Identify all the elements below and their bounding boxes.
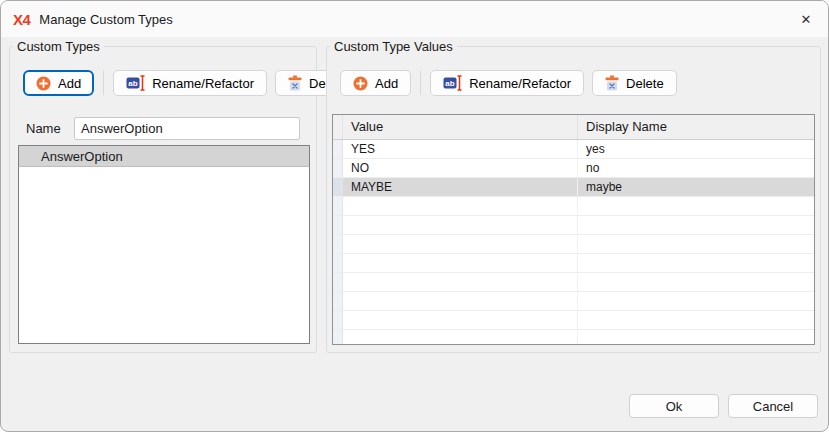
rename-value-button[interactable]: ab Rename/Refactor [430,70,584,96]
cell-value[interactable] [343,311,578,329]
cell-value[interactable] [343,292,578,310]
list-item[interactable]: AnswerOption [19,146,309,167]
custom-type-values-group-label: Custom Type Values [330,39,457,54]
row-selector[interactable] [333,330,343,344]
delete-icon [605,75,619,91]
manage-custom-types-dialog: X4 Manage Custom Types ✕ Custom Types Ad… [0,0,829,432]
ok-button[interactable]: Ok [629,394,719,418]
cell-display-name[interactable] [578,216,814,234]
cell-display-name[interactable] [578,330,814,344]
row-selector[interactable] [333,159,343,177]
row-selector[interactable] [333,216,343,234]
close-button[interactable]: ✕ [784,1,828,37]
table-row-empty[interactable] [333,216,814,235]
custom-type-values-group: Custom Type Values Add ab Rename/Refacto… [326,39,821,353]
row-selector[interactable] [333,197,343,215]
cell-value[interactable]: NO [343,159,578,177]
cell-display-name[interactable]: no [578,159,814,177]
toolbar-separator [103,71,104,95]
row-selector[interactable] [333,292,343,310]
add-value-label: Add [375,76,398,91]
add-type-button[interactable]: Add [23,70,94,96]
row-selector[interactable] [333,254,343,272]
rename-type-label: Rename/Refactor [152,76,254,91]
cell-display-name[interactable]: maybe [578,178,814,196]
custom-types-toolbar: Add ab Rename/Refactor Delete [23,70,360,96]
values-table-body: YESyesNOnoMAYBEmaybe [333,140,814,344]
custom-type-values-toolbar: Add ab Rename/Refactor Delete [340,70,677,96]
close-icon: ✕ [801,12,812,27]
cell-display-name[interactable] [578,235,814,253]
delete-value-label: Delete [626,76,664,91]
delete-icon [288,75,302,91]
toolbar-separator [420,71,421,95]
app-logo: X4 [13,11,30,28]
cell-display-name[interactable] [578,273,814,291]
row-selector[interactable] [333,273,343,291]
cell-value[interactable] [343,254,578,272]
add-icon [36,76,51,91]
rename-type-button[interactable]: ab Rename/Refactor [113,70,267,96]
svg-text:ab: ab [445,79,454,88]
column-header-display-name[interactable]: Display Name [578,115,814,139]
cell-display-name[interactable]: yes [578,140,814,158]
name-row: Name [26,117,300,140]
cell-value[interactable]: YES [343,140,578,158]
table-row-empty[interactable] [333,254,814,273]
rename-value-label: Rename/Refactor [469,76,571,91]
cell-value[interactable] [343,330,578,344]
titlebar: X4 Manage Custom Types ✕ [1,1,828,37]
row-selector[interactable] [333,235,343,253]
cell-value[interactable] [343,273,578,291]
cell-display-name[interactable] [578,254,814,272]
table-row[interactable]: MAYBEmaybe [333,178,814,197]
table-row-empty[interactable] [333,235,814,254]
values-table-header: Value Display Name [333,115,814,140]
custom-types-group-label: Custom Types [13,39,104,54]
values-table: Value Display Name YESyesNOnoMAYBEmaybe [332,114,815,345]
row-selector-header [333,115,343,139]
table-row-empty[interactable] [333,330,814,344]
table-row-empty[interactable] [333,311,814,330]
row-selector[interactable] [333,178,343,196]
custom-types-group: Custom Types Add ab Rename/Refactor Dele… [9,39,317,353]
cell-value[interactable] [343,235,578,253]
cell-value[interactable] [343,216,578,234]
custom-types-list[interactable]: AnswerOption [18,145,310,344]
rename-refactor-icon: ab [443,75,462,91]
cell-display-name[interactable] [578,197,814,215]
row-selector[interactable] [333,311,343,329]
table-row[interactable]: NOno [333,159,814,178]
table-row[interactable]: YESyes [333,140,814,159]
cell-value[interactable]: MAYBE [343,178,578,196]
delete-value-button[interactable]: Delete [592,70,677,96]
add-value-button[interactable]: Add [340,70,411,96]
cell-value[interactable] [343,197,578,215]
svg-text:ab: ab [128,79,137,88]
table-row-empty[interactable] [333,273,814,292]
window-title: Manage Custom Types [39,12,172,27]
table-row-empty[interactable] [333,197,814,216]
rename-refactor-icon: ab [126,75,145,91]
name-input[interactable] [74,117,300,140]
name-label: Name [26,121,74,136]
cell-display-name[interactable] [578,311,814,329]
row-selector[interactable] [333,140,343,158]
add-type-label: Add [58,76,81,91]
column-header-value[interactable]: Value [343,115,578,139]
cell-display-name[interactable] [578,292,814,310]
table-row-empty[interactable] [333,292,814,311]
cancel-button[interactable]: Cancel [728,394,818,418]
add-icon [353,76,368,91]
